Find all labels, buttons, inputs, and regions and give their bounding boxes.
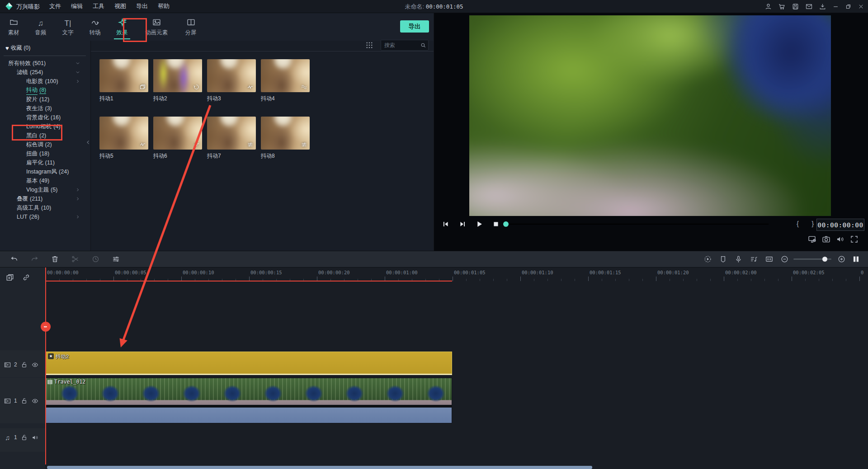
redo-icon[interactable] bbox=[30, 255, 39, 263]
chevdown-icon[interactable] bbox=[75, 61, 80, 66]
ruler-timecode: 0 bbox=[861, 270, 863, 275]
effect-clip[interactable]: ★ 抖动2 bbox=[46, 352, 452, 375]
category-Lomo相机[interactable]: Lomo相机(4) bbox=[0, 122, 90, 131]
category-label: LUT bbox=[17, 214, 28, 220]
effect-thumbnail-抖动3[interactable] bbox=[207, 59, 256, 92]
chevright-icon[interactable] bbox=[75, 187, 80, 192]
fullscreen-icon[interactable] bbox=[849, 234, 859, 244]
category-LUT[interactable]: LUT(26) bbox=[0, 212, 90, 221]
nextframe-icon[interactable] bbox=[458, 219, 467, 229]
effect-thumbnail-抖动8[interactable] bbox=[261, 117, 310, 150]
effect-thumbnail-抖动7[interactable] bbox=[207, 117, 256, 150]
zoom-slider-handle[interactable] bbox=[822, 257, 827, 262]
category-滤镜[interactable]: 滤镜(254) bbox=[0, 68, 90, 77]
titlebar: 万兴喵影 文件编辑工具视图导出帮助 未命名: 00:00:01:05 bbox=[0, 0, 868, 13]
mark-in-out[interactable]: { } bbox=[797, 220, 819, 227]
category-Vlog主题[interactable]: Vlog主题(5) bbox=[0, 185, 90, 194]
eye-icon[interactable] bbox=[31, 397, 39, 405]
timeline-ruler[interactable]: 00:00:00:0000:00:00:0500:00:00:1000:00:0… bbox=[45, 267, 868, 285]
ruler-tick bbox=[615, 279, 616, 281]
camera-icon[interactable] bbox=[821, 234, 831, 244]
sliders-icon[interactable] bbox=[112, 255, 120, 263]
video-clip[interactable]: Travel_012 bbox=[46, 378, 452, 423]
chevright-icon[interactable] bbox=[75, 214, 80, 220]
effect-thumbnail-抖动5[interactable] bbox=[99, 117, 148, 150]
effect-name: 抖动1 bbox=[99, 95, 113, 103]
effect-thumbnail-抖动4[interactable] bbox=[261, 59, 310, 92]
prevframe-icon[interactable] bbox=[441, 219, 451, 229]
tab-转场[interactable]: 转场 bbox=[81, 13, 108, 41]
lockopen-icon[interactable] bbox=[20, 434, 28, 441]
collapse-panel-icon[interactable] bbox=[85, 139, 91, 145]
save-icon[interactable] bbox=[792, 3, 799, 10]
mixer-icon[interactable] bbox=[750, 255, 758, 263]
chevright-icon[interactable] bbox=[75, 79, 80, 84]
category-叠覆[interactable]: 叠覆(211) bbox=[0, 194, 90, 203]
renderplay-icon[interactable] bbox=[703, 255, 712, 263]
addtrack-icon[interactable] bbox=[5, 273, 14, 282]
mail-icon[interactable] bbox=[805, 3, 813, 10]
category-抖动[interactable]: 抖动(8) bbox=[0, 86, 90, 95]
tab-效果[interactable]: 效果 bbox=[108, 13, 136, 41]
tab-动画元素[interactable]: 动画元素 bbox=[136, 13, 177, 41]
columns-icon[interactable] bbox=[852, 255, 860, 263]
mic-icon[interactable] bbox=[734, 255, 743, 263]
close-icon[interactable] bbox=[858, 3, 864, 10]
timeline-zoom-slider[interactable] bbox=[793, 258, 831, 260]
effect-thumbnail-抖动2[interactable] bbox=[153, 59, 202, 92]
zoomin-icon[interactable] bbox=[837, 255, 846, 263]
speaker-icon[interactable] bbox=[31, 434, 39, 441]
tab-音频[interactable]: ♫音频 bbox=[27, 13, 54, 41]
category-黑白[interactable]: 黑白(2) bbox=[0, 131, 90, 140]
category-高级工具[interactable]: 高级工具(10) bbox=[0, 203, 90, 212]
seek-track[interactable] bbox=[510, 224, 769, 225]
category-胶片[interactable]: 胶片(12) bbox=[0, 95, 90, 104]
trash-icon[interactable] bbox=[51, 255, 59, 263]
preview-video[interactable] bbox=[469, 15, 831, 216]
seek-handle[interactable] bbox=[503, 221, 509, 227]
chevright-icon[interactable] bbox=[75, 196, 80, 202]
category-Instagram风[interactable]: Instagram风(24) bbox=[0, 167, 90, 176]
pulse-icon bbox=[193, 141, 200, 148]
effect-thumbnail-抖动6[interactable] bbox=[153, 117, 202, 150]
tab-分屏[interactable]: 分屏 bbox=[177, 13, 204, 41]
link-icon[interactable] bbox=[22, 273, 31, 282]
cart-icon[interactable] bbox=[778, 3, 786, 10]
category-棕色调[interactable]: 棕色调(2) bbox=[0, 140, 90, 149]
category-扭曲[interactable]: 扭曲(18) bbox=[0, 149, 90, 158]
timeline-scrollbar[interactable] bbox=[47, 466, 592, 469]
effect-thumbnail-抖动1[interactable] bbox=[99, 59, 148, 92]
lockopen-icon[interactable] bbox=[20, 361, 28, 369]
playhead-handle[interactable]: ◂▸ bbox=[41, 322, 51, 332]
grid-view-icon[interactable] bbox=[365, 41, 373, 49]
lockopen-icon[interactable] bbox=[20, 397, 28, 405]
favorites-item[interactable]: ♥ 收藏 (0) bbox=[5, 44, 30, 52]
category-电影质[interactable]: 电影质(100) bbox=[0, 77, 90, 86]
clock-icon[interactable] bbox=[91, 255, 100, 263]
minimize-icon[interactable] bbox=[832, 3, 839, 10]
eye-icon[interactable] bbox=[31, 361, 39, 369]
tab-素材[interactable]: 素材 bbox=[0, 13, 27, 41]
category-扁平化[interactable]: 扁平化(11) bbox=[0, 158, 90, 167]
scissors-icon[interactable] bbox=[71, 255, 80, 263]
category-背景虚化[interactable]: 背景虚化(16) bbox=[0, 113, 90, 122]
export-button[interactable]: 导出 bbox=[400, 20, 429, 33]
user-icon[interactable] bbox=[764, 3, 772, 10]
playhead[interactable] bbox=[45, 267, 46, 464]
download-icon[interactable] bbox=[819, 3, 826, 10]
tab-文字[interactable]: T|文字 bbox=[54, 13, 81, 41]
speaker-icon[interactable] bbox=[835, 234, 845, 244]
undo-icon[interactable] bbox=[10, 255, 19, 263]
maximize-icon[interactable] bbox=[845, 3, 852, 10]
zoomout-icon[interactable] bbox=[780, 255, 789, 263]
shield-icon[interactable] bbox=[719, 255, 727, 263]
category-夜生活[interactable]: 夜生活(3) bbox=[0, 104, 90, 113]
chevdown-icon[interactable] bbox=[75, 70, 80, 75]
monitorgear-icon[interactable] bbox=[807, 234, 817, 244]
category-基本[interactable]: 基本(49) bbox=[0, 176, 90, 185]
play-icon[interactable] bbox=[474, 219, 484, 229]
fitwidth-icon[interactable] bbox=[765, 255, 774, 263]
category-所有特效[interactable]: 所有特效(501) bbox=[0, 59, 90, 68]
track-number: 1 bbox=[14, 434, 20, 441]
stop-icon[interactable] bbox=[491, 219, 501, 229]
